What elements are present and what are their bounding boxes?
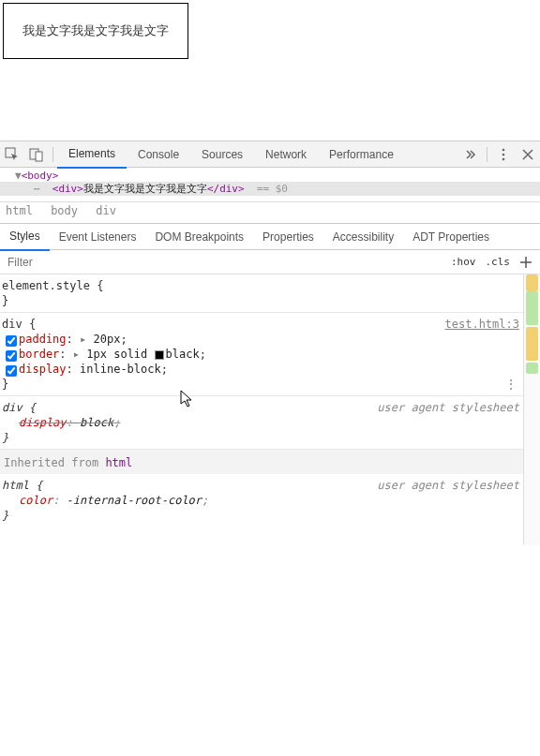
device-toggle-icon[interactable] (24, 141, 49, 168)
color-swatch-icon[interactable] (155, 350, 164, 360)
tab-elements[interactable]: Elements (57, 141, 127, 169)
hov-toggle[interactable]: :hov (451, 256, 476, 268)
breadcrumb[interactable]: html body div (0, 201, 540, 223)
tab-properties[interactable]: Properties (253, 224, 323, 250)
inherited-from-link[interactable]: html (105, 456, 132, 469)
devtools-tabs: Elements Console Sources Network Perform… (0, 141, 540, 168)
tab-dom-breakpoints[interactable]: DOM Breakpoints (145, 224, 253, 250)
tab-styles[interactable]: Styles (0, 223, 50, 251)
toggle-padding[interactable] (6, 335, 17, 347)
rule-source-link[interactable]: test.html:3 (445, 318, 519, 331)
styles-rules: element.style { } test.html:3 div { padd… (0, 274, 523, 545)
more-tabs-icon[interactable] (458, 141, 483, 168)
tab-event-listeners[interactable]: Event Listeners (50, 224, 146, 250)
svg-point-4 (502, 153, 505, 156)
toggle-border[interactable] (6, 350, 17, 362)
rule-div-user-agent: user agent stylesheet div { display: blo… (0, 396, 523, 450)
tab-performance[interactable]: Performance (318, 141, 405, 168)
breadcrumb-body[interactable]: body (51, 204, 78, 217)
rule-element-style[interactable]: element.style { } (0, 274, 523, 313)
kebab-menu-icon[interactable] (491, 141, 516, 168)
tab-adt-properties[interactable]: ADT Properties (403, 224, 499, 250)
rule-more-icon[interactable]: ⋮ (504, 377, 518, 392)
tab-accessibility[interactable]: Accessibility (323, 224, 403, 250)
close-icon[interactable] (516, 141, 540, 168)
styles-tabs: Styles Event Listeners DOM Breakpoints P… (0, 224, 540, 250)
rule-div-authored[interactable]: test.html:3 div { padding: ▸ 20px; borde… (0, 313, 523, 396)
svg-point-5 (502, 157, 505, 160)
new-style-rule-icon[interactable] (518, 254, 534, 271)
user-agent-label: user agent stylesheet (377, 400, 519, 415)
computed-styles-trace-gutter: ▴ (523, 274, 540, 545)
svg-rect-2 (36, 152, 42, 161)
svg-point-3 (502, 148, 505, 151)
tab-sources[interactable]: Sources (190, 141, 254, 168)
filter-input[interactable] (6, 255, 451, 270)
tab-network[interactable]: Network (254, 141, 318, 168)
inspect-element-icon[interactable] (0, 141, 24, 168)
dom-tree[interactable]: ▼<body> ⋯ <div>我是文字我是文字我是文字</div> == $0 (0, 168, 540, 201)
dom-selected-node: ⋯ <div>我是文字我是文字我是文字</div> == $0 (0, 182, 540, 196)
tab-console[interactable]: Console (127, 141, 190, 168)
breadcrumb-html[interactable]: html (6, 204, 33, 217)
cls-toggle[interactable]: .cls (486, 256, 511, 268)
rule-html-user-agent: user agent stylesheet html { color: -int… (0, 474, 523, 526)
breadcrumb-div[interactable]: div (96, 204, 116, 217)
user-agent-label: user agent stylesheet (377, 478, 519, 493)
toggle-display[interactable] (6, 365, 17, 377)
inherited-from-label: Inherited from html (0, 450, 523, 474)
rendered-div: 我是文字我是文字我是文字 (3, 3, 188, 59)
